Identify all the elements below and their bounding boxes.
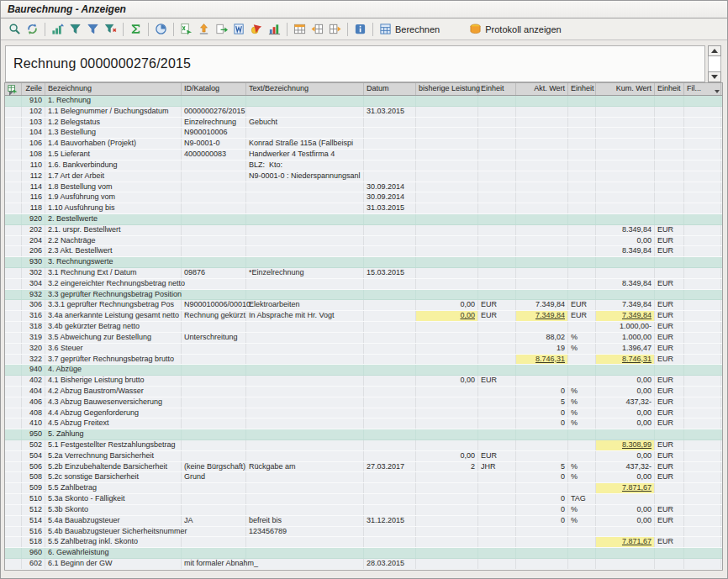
filter-icon[interactable]: [84, 20, 102, 38]
column-header-bish[interactable]: bisherige Leistung: [416, 83, 478, 95]
file-export-icon[interactable]: [213, 20, 230, 38]
table-row[interactable]: 1141.8 Bestellung vom30.09.2014: [5, 182, 722, 193]
table-row[interactable]: 1041.3 BestellungN900010006: [5, 128, 722, 139]
filter-dropdown-icon[interactable]: [715, 90, 720, 93]
table-row[interactable]: 1101.6. BankverbindungBLZ: Kto:: [5, 161, 722, 171]
table-row[interactable]: 1061.4 Bauvorhaben (Projekt)N9-0001-0Kon…: [5, 139, 722, 150]
table-row[interactable]: 5045.2a Verrechnung Barsicherheit0,00EUR…: [5, 451, 722, 462]
table-row[interactable]: 5025.1 Festgestellter Restzahlungsbetrag…: [5, 440, 722, 451]
column-header-datum[interactable]: Datum: [364, 83, 416, 95]
filter-set-icon[interactable]: [66, 20, 84, 38]
table-row[interactable]: 5085.2c sonstige BarsicherheitGrund0%0,0…: [5, 472, 722, 483]
column-header-bez[interactable]: Bezeichnung: [45, 83, 182, 95]
table-row[interactable]: 4024.1 Bisherige Leistung brutto0,00EUR0…: [5, 376, 722, 387]
views-icon[interactable]: [152, 20, 170, 38]
cell-e3: [655, 214, 684, 224]
column-right-icon[interactable]: [326, 20, 344, 38]
table-row[interactable]: 3183.4b gekürzter Betrag netto1.000,00-E…: [5, 322, 722, 333]
scroll-down-button[interactable]: [708, 71, 721, 82]
section-row[interactable]: 9404. Abzüge: [5, 365, 722, 376]
table-row[interactable]: 4084.4 Abzug Gegenforderung0%0,00EUR: [5, 408, 722, 419]
table-row[interactable]: 3163.4a anerkannte Leistung gesamt netto…: [5, 311, 722, 322]
column-header-kum[interactable]: Kum. Wert: [596, 83, 655, 95]
column-header-fil[interactable]: Fil...: [684, 83, 721, 95]
section-row[interactable]: 9303. Rechnungswerte: [5, 257, 722, 268]
table-row[interactable]: 6026.1 Beginn der GWmit formaler Abnahm_…: [5, 559, 722, 570]
table-icon[interactable]: [5, 83, 22, 95]
cell-akt: [516, 246, 568, 256]
cell-kum[interactable]: 7.871,67: [596, 537, 655, 547]
cell-kum[interactable]: 7.871,67: [596, 483, 655, 493]
column-header-akt[interactable]: Akt. Wert: [516, 83, 568, 95]
table-row[interactable]: 1121.7 Art der ArbeitN9-0001-0 : Nieders…: [5, 171, 722, 182]
table-row[interactable]: 5105.3a Skonto - Fälligkeit0TAG: [5, 494, 722, 505]
table-row[interactable]: 2062.3 Akt. Bestellwert8.349,84EUR: [5, 246, 722, 257]
cell-bish: [416, 203, 478, 213]
table-row[interactable]: 4044.2 Abzug Baustrom/Wasser0%0,00EUR: [5, 387, 722, 397]
protokoll-button[interactable]: Protokoll anzeigen: [467, 22, 567, 36]
column-left-icon[interactable]: [309, 20, 326, 38]
table-row[interactable]: 3203.6 Steuer19%1.396,47EUR: [5, 344, 722, 355]
table-row[interactable]: 3223.7 geprüfter Rechnungsbetrag brutto8…: [5, 355, 722, 366]
cell-id: JA: [182, 516, 246, 526]
upload-icon[interactable]: [195, 20, 213, 38]
table-row[interactable]: 5165.4b Bauabzugsteuer Sicherheitsnummer…: [5, 527, 722, 538]
table-row[interactable]: 5095.5 Zahlbetrag7.871,67: [5, 483, 722, 494]
cell-akt[interactable]: 8.746,31: [516, 355, 568, 365]
section-row[interactable]: 9505. Zahlung: [5, 429, 722, 440]
word-export-icon[interactable]: [230, 20, 248, 38]
table-row[interactable]: 2042.2 Nachträge0,00EUR: [5, 236, 722, 247]
cell-bish: [416, 246, 478, 256]
sort-ascending-icon[interactable]: [49, 20, 66, 38]
scroll-up-button[interactable]: [708, 45, 721, 56]
excel-export-icon[interactable]: [177, 20, 195, 38]
table-row[interactable]: 3023.1 Rechnung Ext / Datum09876*Einzelr…: [5, 268, 722, 279]
cell-e2: %: [568, 472, 596, 482]
table-row[interactable]: 5185.5 Zahlbetrag inkl. Skonto7.871,67EU…: [5, 537, 722, 548]
section-row[interactable]: 9323.3 geprüfter Rechnungsbetrag Positio…: [5, 290, 722, 301]
table-row[interactable]: 1081.5 Lieferant4000000083Handwerker 4 T…: [5, 150, 722, 161]
layout-grid-icon[interactable]: [291, 20, 309, 38]
cell-kum[interactable]: 7.349,84: [596, 311, 655, 321]
section-row[interactable]: 9101. Rechnung: [5, 96, 722, 107]
refresh-icon[interactable]: [24, 20, 41, 38]
column-header-zeile[interactable]: Zeile: [22, 83, 45, 95]
table-row[interactable]: 2022.1. urspr. Bestellwert8.349,84EUR: [5, 225, 722, 236]
cell-kum[interactable]: 8.746,31: [596, 355, 655, 365]
table-row[interactable]: 4064.3 Abzug Bauwesenversicherung5%437,3…: [5, 397, 722, 408]
column-header-text[interactable]: Text/Bezeichnung: [246, 83, 364, 95]
crystal-reports-icon[interactable]: [248, 20, 266, 38]
table-row[interactable]: 3193.5 Abweichung zur BestellungUntersch…: [5, 333, 722, 344]
cell-e1: [478, 494, 516, 504]
cell-e3: EUR: [655, 537, 684, 547]
cell-akt[interactable]: 7.349,84: [516, 311, 568, 321]
table-row[interactable]: 1021.1 Belegnummer / Buchungsdatum000000…: [5, 107, 722, 118]
table-row[interactable]: 1031.2 BelegstatusEinzelrechnungGebucht: [5, 118, 722, 129]
section-row[interactable]: 9202. Bestellwerte: [5, 214, 722, 225]
table-row[interactable]: 3063.3.1 geprüfter Rechnungsbetrag PosN9…: [5, 300, 722, 311]
table-row[interactable]: 5145.4a BauabzugsteuerJAbefreit bis31.12…: [5, 516, 722, 527]
table-row[interactable]: 1161.9 Ausführung vom30.09.2014: [5, 192, 722, 203]
filter-delete-icon[interactable]: [102, 20, 119, 38]
table-row[interactable]: 4104.5 Abzug Freitext0%0,00EUR: [5, 418, 722, 429]
cell-e2: [568, 107, 596, 117]
cell-bish: [416, 150, 478, 160]
column-header-id[interactable]: ID/Katalog: [182, 83, 246, 95]
berechnen-button[interactable]: Berechnen: [377, 22, 445, 36]
column-header-e3[interactable]: Einheit: [655, 83, 684, 95]
cell-kum[interactable]: 8.308,99: [596, 440, 655, 450]
table-row[interactable]: 3043.2 eingereichter Rechnungsbetrag net…: [5, 279, 722, 290]
cell-bish[interactable]: 0,00: [416, 311, 478, 321]
sum-icon[interactable]: [127, 20, 145, 38]
chart-icon[interactable]: [266, 20, 283, 38]
table-row[interactable]: 1181.10 Ausführung bis31.03.2015: [5, 203, 722, 214]
table-row[interactable]: 5065.2b Einzubehaltende Barsicherheit(ke…: [5, 462, 722, 473]
table-row[interactable]: 5125.3b Skonto0%0,00EUR: [5, 505, 722, 516]
column-header-e2[interactable]: Einheit: [568, 83, 596, 95]
column-header-e1[interactable]: Einheit: [478, 83, 516, 95]
cell-akt: [516, 290, 568, 300]
section-row[interactable]: 9606. Gewährleistung: [5, 548, 722, 559]
find-icon[interactable]: [6, 20, 24, 38]
scrollbar-track[interactable]: [708, 56, 721, 71]
info-icon[interactable]: [351, 20, 369, 38]
